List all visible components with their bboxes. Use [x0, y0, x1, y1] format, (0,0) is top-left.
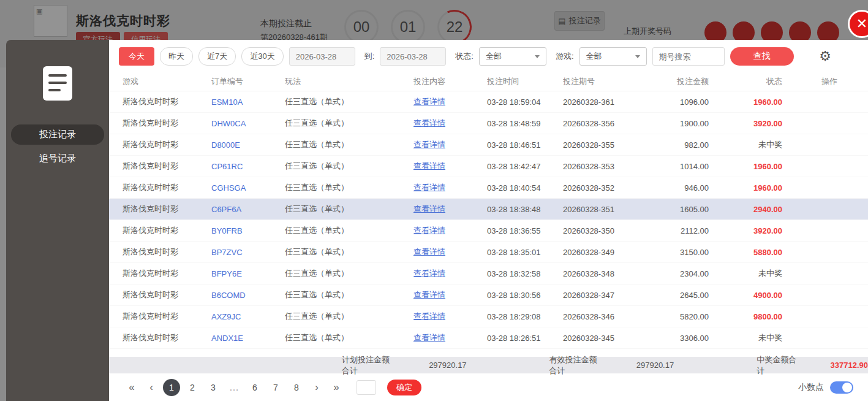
sidebar-item-chase-records[interactable]: 追号记录	[6, 148, 109, 169]
cell-order-code[interactable]: BP7ZVC	[211, 248, 285, 257]
settings-gear-icon[interactable]: ⚙	[819, 48, 831, 64]
game-label: 游戏:	[556, 51, 574, 62]
status-select[interactable]: 全部	[479, 47, 546, 66]
view-details-link[interactable]: 查看详情	[413, 333, 445, 342]
cell-game: 斯洛伐克时时彩	[123, 225, 211, 236]
cell-bet-amount: 5820.00	[641, 312, 709, 321]
col-time: 投注时间	[487, 76, 563, 87]
game-select[interactable]: 全部	[579, 47, 647, 66]
view-details-link[interactable]: 查看详情	[413, 269, 445, 278]
cell-order-code[interactable]: CGHSGA	[211, 183, 285, 193]
period-search-input[interactable]	[652, 47, 725, 66]
next-page-icon[interactable]: ›	[309, 381, 325, 394]
date-from-input[interactable]	[289, 47, 355, 66]
view-details-link[interactable]: 查看详情	[413, 204, 445, 213]
cell-bet-time: 03-28 18:48:59	[487, 119, 563, 128]
cell-order-code[interactable]: BFPY6E	[211, 269, 285, 278]
col-actions: 操作	[782, 76, 855, 87]
page-7[interactable]: 7	[267, 379, 284, 396]
table-row: 斯洛伐克时时彩 DHW0CA 任三直选（单式） 查看详情 03-28 18:48…	[109, 113, 868, 134]
cell-order-code[interactable]: B6COMD	[211, 291, 285, 300]
cell-game: 斯洛伐克时时彩	[123, 246, 211, 258]
cell-bet-period: 20260328-347	[563, 291, 641, 300]
cell-order-code[interactable]: D8000E	[211, 140, 285, 150]
cell-order-code[interactable]: AXZ9JC	[211, 312, 285, 321]
cell-bet-period: 20260328-351	[563, 205, 641, 214]
sidebar-item-bet-records[interactable]: 投注记录	[11, 124, 104, 145]
cell-bet-amount: 2645.00	[641, 291, 709, 300]
cell-game: 斯洛伐克时时彩	[123, 96, 211, 107]
col-game: 游戏	[123, 76, 211, 87]
cell-order-code[interactable]: CP61RC	[211, 162, 285, 171]
cell-bet-time: 03-28 18:59:04	[487, 97, 563, 107]
cell-bet-time: 03-28 18:46:51	[487, 140, 563, 150]
cell-game: 斯洛伐克时时彩	[123, 311, 211, 322]
sidebar-menu: 投注记录 追号记录	[6, 124, 109, 169]
bet-records-table: 游戏 订单编号 玩法 投注内容 投注时间 投注期号 投注金额 状态 操作 斯洛伐…	[109, 72, 868, 349]
cell-bet-time: 03-28 18:38:48	[487, 205, 563, 214]
cell-bet-amount: 1014.00	[641, 162, 709, 171]
col-status: 状态	[709, 76, 782, 87]
cell-order-code[interactable]: ESM10A	[211, 97, 285, 107]
confirm-page-button[interactable]: 确定	[387, 380, 421, 395]
cell-play-type: 任三直选（单式）	[285, 289, 413, 300]
last-page-icon[interactable]: »	[328, 381, 344, 394]
pagination: « ‹ 1 2 3 … 6 7 8 › » 确定 小数点	[109, 373, 868, 401]
cell-play-type: 任三直选（单式）	[285, 268, 413, 279]
quick-filter-today[interactable]: 今天	[119, 47, 154, 66]
cell-bet-amount: 946.00	[641, 183, 709, 193]
col-period: 投注期号	[563, 76, 641, 87]
page-2[interactable]: 2	[184, 379, 201, 396]
decimal-toggle[interactable]	[830, 381, 853, 394]
search-button[interactable]: 查找	[730, 47, 794, 66]
to-label: 到:	[364, 51, 375, 62]
cell-bet-period: 20260328-355	[563, 140, 641, 150]
cell-play-type: 任三直选（单式）	[285, 182, 413, 193]
cell-game: 斯洛伐克时时彩	[123, 268, 211, 279]
prev-page-icon[interactable]: ‹	[143, 381, 159, 394]
page-6[interactable]: 6	[246, 379, 263, 396]
view-details-link[interactable]: 查看详情	[413, 290, 445, 299]
table-row: 斯洛伐克时时彩 BP7ZVC 任三直选（单式） 查看详情 03-28 18:35…	[109, 242, 868, 263]
view-details-link[interactable]: 查看详情	[413, 183, 445, 192]
view-details-link[interactable]: 查看详情	[413, 226, 445, 235]
status-label: 状态:	[455, 51, 474, 62]
cell-game: 斯洛伐克时时彩	[123, 204, 211, 215]
page-3[interactable]: 3	[205, 379, 222, 396]
cell-order-code[interactable]: BY0FRB	[211, 226, 285, 235]
valid-total-value: 297920.17	[636, 361, 674, 370]
page-number-input[interactable]	[357, 380, 376, 395]
cell-order-code[interactable]: DHW0CA	[211, 119, 285, 128]
cell-bet-time: 03-28 18:36:55	[487, 226, 563, 235]
view-details-link[interactable]: 查看详情	[413, 161, 445, 170]
page-1[interactable]: 1	[163, 379, 180, 396]
date-to-input[interactable]	[380, 47, 446, 66]
col-amount: 投注金额	[641, 76, 709, 87]
cell-bet-period: 20260328-361	[563, 97, 641, 107]
view-details-link[interactable]: 查看详情	[413, 247, 445, 256]
cell-bet-amount: 2112.00	[641, 226, 709, 235]
cell-order-code[interactable]: ANDX1E	[211, 334, 285, 343]
page-8[interactable]: 8	[288, 379, 305, 396]
cell-bet-time: 03-28 18:35:01	[487, 248, 563, 257]
cell-status: 9800.00	[709, 312, 782, 321]
quick-filter-7days[interactable]: 近7天	[198, 47, 236, 66]
cell-bet-time: 03-28 18:32:58	[487, 269, 563, 278]
view-details-link[interactable]: 查看详情	[413, 140, 445, 149]
cell-status: 未中奖	[709, 139, 782, 150]
cell-status: 1960.00	[709, 97, 782, 107]
cell-status: 未中奖	[709, 268, 782, 279]
summary-bar: 计划投注金额合计 297920.17 有效投注金额合计 297920.17 中奖…	[109, 357, 868, 373]
quick-filter-30days[interactable]: 近30天	[241, 47, 283, 66]
quick-filter-yesterday[interactable]: 昨天	[160, 47, 193, 66]
view-details-link[interactable]: 查看详情	[413, 311, 445, 321]
cell-order-code[interactable]: C6PF6A	[211, 205, 285, 214]
cell-play-type: 任三直选（单式）	[285, 225, 413, 236]
cell-status: 3920.00	[709, 119, 782, 128]
first-page-icon[interactable]: «	[124, 381, 140, 394]
table-row: 斯洛伐克时时彩 D8000E 任三直选（单式） 查看详情 03-28 18:46…	[109, 134, 868, 156]
view-details-link[interactable]: 查看详情	[413, 118, 445, 128]
cell-play-type: 任三直选（单式）	[285, 332, 413, 343]
view-details-link[interactable]: 查看详情	[413, 97, 445, 106]
cell-status: 1960.00	[709, 162, 782, 171]
